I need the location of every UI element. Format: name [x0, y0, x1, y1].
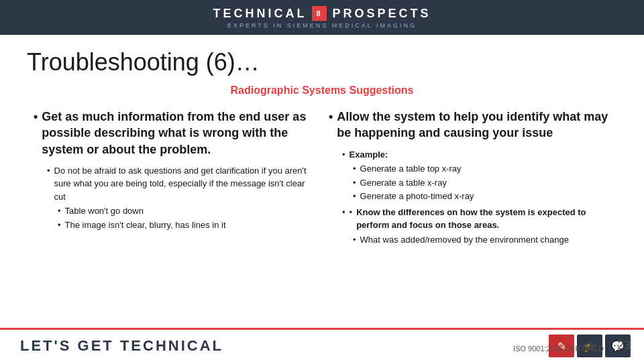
example-label: Example:: [350, 148, 388, 162]
header-title-part1: TECHNICAL: [213, 7, 307, 21]
left-column: • Get as much information from the end u…: [34, 109, 315, 247]
example-item-1: Generate a table top x-ray: [360, 162, 462, 176]
example-items: Generate a table top x-ray Generate a ta…: [353, 162, 610, 203]
right-bullet-dot: •: [329, 109, 333, 141]
two-col-layout: • Get as much information from the end u…: [27, 109, 617, 247]
right-sub-section: Example: Generate a table top x-ray Gene…: [342, 148, 610, 247]
header-subtitle: EXPERTS IN SIEMENS MEDICAL IMAGING: [227, 22, 417, 29]
section-heading: Radiographic Systems Suggestions: [27, 84, 617, 97]
header-title-part2: PROSPECTS: [332, 7, 431, 21]
page-title: Troubleshooting (6)…: [27, 48, 617, 76]
sub-sub-item-2: The image isn't clear, blurry, has lines…: [65, 219, 226, 232]
footer: LET'S GET TECHNICAL ✎ 🎓 💬 ISO 9001:2015 …: [0, 330, 644, 362]
header-title: TECHNICAL 8 PROSPECTS: [213, 6, 431, 21]
left-main-bullet-text: Get as much information from the end use…: [42, 109, 315, 158]
footer-cert: ISO 9001:2015 CERTIFIED: [513, 345, 604, 353]
page-number: 23: [617, 339, 631, 353]
main-content: Troubleshooting (6)… Radiographic System…: [0, 35, 644, 253]
know-label: Know the differences on how the system i…: [356, 206, 610, 232]
right-column: • Allow the system to help you identify …: [329, 109, 610, 247]
know-items: What was added/removed by the environmen…: [353, 233, 610, 247]
left-main-bullet: • Get as much information from the end u…: [34, 109, 315, 158]
header-logo: 8: [312, 6, 327, 21]
example-item-2: Generate a table x-ray: [360, 176, 447, 190]
sub-sub-item-1: Table won't go down: [65, 204, 144, 218]
footer-left-text: LET'S GET TECHNICAL: [20, 337, 223, 355]
bullet-dot: •: [34, 109, 38, 158]
left-sub-sub-bullets: Table won't go down The image isn't clea…: [58, 204, 315, 231]
left-sub-bullet-text: Do not be afraid to ask questions and ge…: [54, 164, 315, 204]
right-main-bullet: • Allow the system to help you identify …: [329, 109, 610, 141]
know-bullet-dot: •: [350, 206, 353, 232]
know-item-1: What was added/removed by the environmen…: [360, 233, 569, 247]
left-sub-bullet: Do not be afraid to ask questions and ge…: [47, 164, 315, 232]
example-item-3: Generate a photo-timed x-ray: [360, 190, 474, 203]
header: TECHNICAL 8 PROSPECTS EXPERTS IN SIEMENS…: [0, 0, 644, 35]
right-main-bullet-text: Allow the system to help you identify wh…: [337, 109, 610, 141]
